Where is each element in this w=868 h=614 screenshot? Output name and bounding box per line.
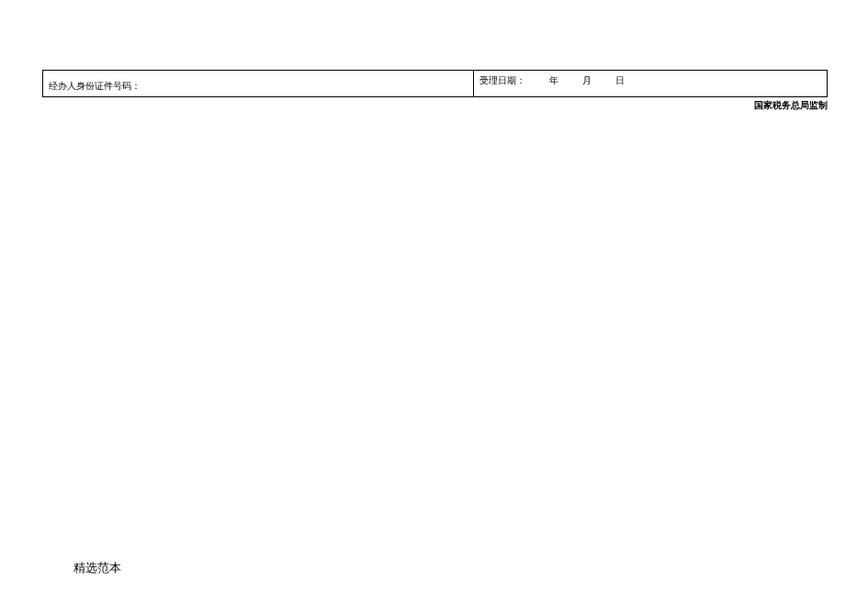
id-number-label: 经办人身份证件号码： [49,80,141,93]
issuer-note: 国家税务总局监制 [754,99,828,112]
accept-date-line: 受理日期： 年 月 日 [479,74,821,87]
year-unit: 年 [549,74,558,87]
form-row: 经办人身份证件号码： 受理日期： 年 月 日 [43,71,827,96]
day-unit: 日 [615,74,625,87]
form-table: 经办人身份证件号码： 受理日期： 年 月 日 [42,70,828,97]
month-unit: 月 [582,74,592,87]
accept-date-label: 受理日期： [479,74,525,87]
accept-date-cell: 受理日期： 年 月 日 [474,71,827,96]
id-number-cell: 经办人身份证件号码： [43,71,474,96]
template-note: 精选范本 [73,560,121,576]
